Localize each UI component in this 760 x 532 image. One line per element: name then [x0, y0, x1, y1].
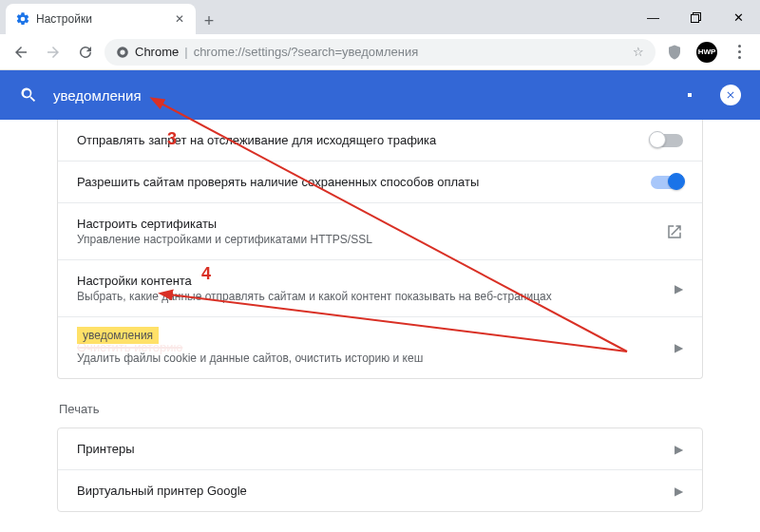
toggle-payment-check[interactable]: [651, 176, 683, 189]
row-clear-browsing-data[interactable]: уведомления Очистить историю Удалить фай…: [58, 317, 702, 378]
forward-button[interactable]: [40, 39, 66, 66]
search-icon: [19, 86, 38, 104]
bookmark-star-icon[interactable]: ☆: [633, 45, 644, 59]
address-bar: Chrome | chrome://settings/?search=уведо…: [0, 34, 760, 70]
back-button[interactable]: [8, 39, 34, 66]
clear-search-button[interactable]: [720, 85, 741, 105]
row-payment-check[interactable]: Разрешить сайтам проверять наличие сохра…: [58, 162, 702, 203]
row-title: Принтеры: [77, 442, 674, 456]
chevron-right-icon: ▶: [674, 282, 683, 295]
settings-search-header: [0, 70, 760, 120]
close-window-button[interactable]: ✕: [717, 0, 760, 34]
row-do-not-track[interactable]: Отправлять запрет на отслеживание для ис…: [58, 120, 702, 162]
kebab-icon: [728, 45, 750, 59]
maximize-icon: [691, 12, 701, 23]
svg-point-3: [120, 49, 124, 54]
row-printers[interactable]: Принтеры ▶: [58, 428, 702, 470]
row-title: Настройки контента: [77, 274, 674, 288]
privacy-card: Отправлять запрет на отслеживание для ис…: [57, 120, 703, 379]
chevron-right-icon: ▶: [674, 484, 683, 498]
external-link-icon: [666, 223, 683, 240]
decorative-dot: [688, 93, 692, 97]
row-google-cloud-print[interactable]: Виртуальный принтер Google ▶: [58, 470, 702, 511]
new-tab-button[interactable]: +: [196, 8, 222, 34]
window-tab-strip: Настройки ✕ + — ✕: [0, 0, 760, 34]
profile-avatar[interactable]: HWP: [694, 39, 720, 66]
reload-icon: [77, 44, 94, 61]
row-title: Виртуальный принтер Google: [77, 484, 674, 498]
shield-extension-icon[interactable]: [661, 39, 688, 66]
annotation-number-3: 3: [167, 129, 177, 149]
window-controls: — ✕: [632, 0, 760, 34]
chrome-icon: [116, 46, 129, 59]
row-content-settings[interactable]: Настройки контента Выбрать, какие данные…: [58, 260, 702, 317]
row-subtitle: Выбрать, какие данные отправлять сайтам …: [77, 290, 674, 303]
row-manage-certificates[interactable]: Настроить сертификаты Управление настрой…: [58, 203, 702, 260]
browser-tab[interactable]: Настройки ✕: [6, 4, 196, 34]
reload-button[interactable]: [72, 39, 99, 66]
row-title: Отправлять запрет на отслеживание для ис…: [77, 133, 651, 147]
settings-search-input[interactable]: [53, 87, 688, 104]
toggle-do-not-track[interactable]: [651, 134, 683, 147]
arrow-right-icon: [45, 44, 62, 61]
tab-close-icon[interactable]: ✕: [173, 12, 186, 26]
omnibox-url: chrome://settings/?search=уведомления: [194, 45, 419, 59]
row-title: Настроить сертификаты: [77, 217, 666, 231]
annotation-number-4: 4: [201, 264, 211, 284]
kebab-menu-button[interactable]: [726, 39, 752, 66]
tab-title: Настройки: [36, 12, 167, 26]
row-subtitle: Управление настройками и сертификатами H…: [77, 233, 666, 246]
close-icon: [725, 89, 736, 101]
arrow-left-icon: [12, 44, 29, 61]
settings-content: Отправлять запрет на отслеживание для ис…: [0, 120, 760, 532]
minimize-button[interactable]: —: [632, 0, 674, 34]
omnibox-origin: Chrome: [135, 45, 179, 59]
chevron-right-icon: ▶: [674, 341, 683, 354]
gear-icon: [15, 11, 30, 27]
section-label-print: Печать: [59, 402, 701, 416]
row-title: Разрешить сайтам проверять наличие сохра…: [77, 175, 651, 189]
print-card: Принтеры ▶ Виртуальный принтер Google ▶: [57, 428, 703, 512]
chevron-right-icon: ▶: [674, 443, 683, 456]
maximize-button[interactable]: [674, 0, 717, 34]
svg-rect-1: [692, 14, 699, 22]
omnibox[interactable]: Chrome | chrome://settings/?search=уведо…: [104, 39, 656, 66]
row-title-struck: Очистить историю: [77, 340, 182, 354]
